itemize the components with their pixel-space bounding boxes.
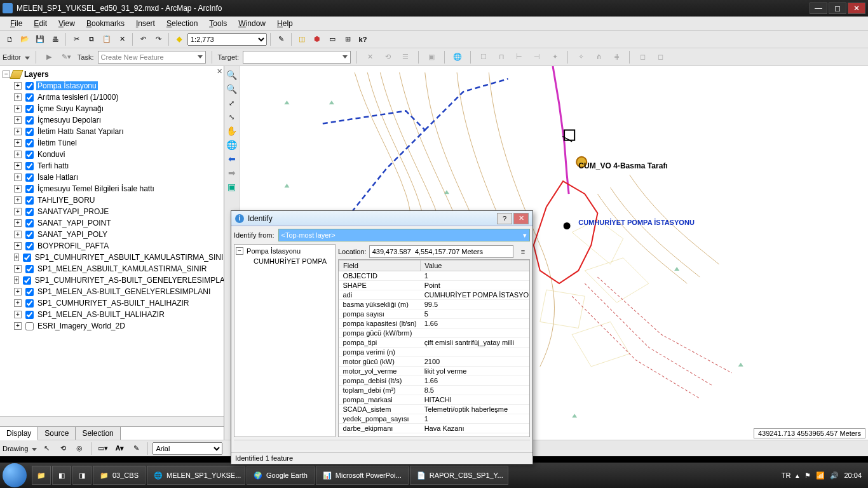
expand-icon[interactable]: + bbox=[14, 185, 22, 193]
tray-network-icon[interactable]: 📶 bbox=[816, 471, 825, 480]
topo6-icon[interactable]: ✧ bbox=[574, 50, 588, 64]
topo4-icon[interactable]: ⊣ bbox=[530, 50, 544, 64]
attribute-row[interactable]: darbe_ekipmanıHava Kazanı bbox=[339, 424, 531, 433]
toc-close-icon[interactable]: ✕ bbox=[217, 67, 222, 76]
layer-label[interactable]: İçme Suyu Kaynağı bbox=[36, 104, 105, 113]
layer-label[interactable]: Terfi hattı bbox=[36, 161, 70, 170]
layer-label[interactable]: SP1_CUMHURIYET_ASBUILT_KAMULASTIRMA_SINI… bbox=[34, 253, 224, 262]
layer-label[interactable]: Konduvi bbox=[36, 150, 66, 159]
expand-icon[interactable]: + bbox=[14, 208, 22, 215]
layer-label[interactable]: İsale Hatları bbox=[36, 173, 79, 182]
identify-close-button[interactable]: ✕ bbox=[513, 213, 529, 224]
command-line-icon[interactable]: ▭ bbox=[325, 32, 339, 46]
layer-checkbox[interactable] bbox=[25, 196, 34, 205]
layer-row[interactable]: +SANAT_YAPI_POLY bbox=[1, 229, 222, 240]
delete-icon[interactable]: ✕ bbox=[115, 32, 129, 46]
help-icon[interactable]: k? bbox=[356, 32, 370, 46]
layer-label[interactable]: İçmesuyu Temel Bilgileri İsale hattı bbox=[36, 184, 156, 193]
layer-checkbox[interactable] bbox=[25, 105, 34, 113]
attribute-row[interactable]: motor_yol_vermelikit yol verme bbox=[339, 367, 531, 376]
scale-combo[interactable]: 1:2,773 bbox=[187, 33, 267, 46]
attribute-row[interactable]: SHAPEPoint bbox=[339, 281, 531, 290]
layer-checkbox[interactable] bbox=[25, 231, 34, 239]
expand-icon[interactable]: + bbox=[14, 162, 22, 170]
layer-label[interactable]: SP1_CUMHURIYET_AS-BUILT_GENELYERLESIMPLA… bbox=[34, 276, 224, 285]
zoom-in-icon[interactable]: 🔍 bbox=[226, 69, 238, 81]
print-icon[interactable]: 🖶 bbox=[48, 32, 62, 46]
layer-label[interactable]: SP1_MELEN_AS-BUILT_GENELYERLESIMPLANI bbox=[36, 287, 212, 296]
layer-row[interactable]: +SP1_MELEN_ASBUILT_KAMULASTIRMA_SINIR bbox=[1, 263, 222, 274]
tray-flag-icon[interactable]: ⚑ bbox=[804, 471, 811, 480]
attribute-row[interactable]: motor gücü (kW)2100 bbox=[339, 357, 531, 367]
undo-icon[interactable]: ↶ bbox=[136, 32, 150, 46]
layer-checkbox[interactable] bbox=[23, 254, 31, 262]
layer-checkbox[interactable] bbox=[25, 219, 34, 227]
editor-toolbar-icon[interactable]: ✎ bbox=[274, 32, 288, 46]
layer-row[interactable]: +Pompa İstasyonu bbox=[1, 80, 222, 92]
layer-row[interactable]: +SP1_MELEN_AS-BUILT_GENELYERLESIMPLANI bbox=[1, 286, 222, 297]
menu-selection[interactable]: Selection bbox=[161, 18, 203, 29]
identify-help-button[interactable]: ? bbox=[497, 213, 512, 224]
identify-from-combo[interactable]: <Top-most layer>▾ bbox=[278, 229, 530, 241]
attribute-row[interactable]: adiCUMHURİYET POMPA İSTASYONU bbox=[339, 290, 531, 300]
layer-checkbox[interactable] bbox=[25, 322, 34, 330]
layer-label[interactable]: İçmesuyu Depoları bbox=[36, 116, 102, 125]
topo10-icon[interactable]: ◻ bbox=[653, 50, 667, 64]
pinned-explorer-icon[interactable]: 📁 bbox=[32, 466, 51, 485]
expand-icon[interactable]: + bbox=[14, 322, 22, 330]
paste-icon[interactable]: 📋 bbox=[100, 32, 114, 46]
menu-tools[interactable]: Tools bbox=[204, 18, 232, 29]
layer-label[interactable]: BOYPROFIL_PAFTA bbox=[36, 241, 110, 250]
select-features-icon[interactable]: ▣ bbox=[226, 180, 238, 193]
layer-row[interactable]: +Terfi hattı bbox=[1, 160, 222, 172]
expand-icon[interactable]: + bbox=[14, 288, 22, 295]
attribute-row[interactable]: basma yüksekliği (m)99.5 bbox=[339, 300, 531, 309]
editor-menu[interactable]: Editor bbox=[3, 53, 30, 61]
expand-icon[interactable]: + bbox=[14, 265, 22, 273]
expand-icon[interactable]: + bbox=[14, 93, 22, 101]
attribute-row[interactable]: pompa sayısı5 bbox=[339, 309, 531, 319]
expand-icon[interactable]: + bbox=[14, 242, 22, 250]
start-button[interactable] bbox=[3, 463, 27, 487]
tray-volume-icon[interactable]: 🔊 bbox=[830, 471, 839, 480]
minimize-button[interactable]: — bbox=[810, 3, 827, 14]
menu-edit[interactable]: Edit bbox=[29, 18, 52, 29]
zoom-out-icon[interactable]: 🔍 bbox=[226, 83, 238, 95]
drawing-menu[interactable]: Drawing bbox=[3, 445, 37, 452]
arccatalog-icon[interactable]: ◫ bbox=[295, 32, 309, 46]
prev-extent-icon[interactable]: ⬅ bbox=[226, 152, 238, 165]
expand-icon[interactable]: − bbox=[236, 247, 243, 255]
rotate-icon[interactable]: ⟲ bbox=[381, 50, 395, 64]
expand-icon[interactable]: + bbox=[14, 254, 19, 261]
layer-checkbox[interactable] bbox=[23, 276, 31, 285]
layer-row[interactable]: +İletim Hattı Sanat Yapıları bbox=[1, 126, 222, 137]
expand-icon[interactable]: + bbox=[14, 231, 22, 238]
topo5-icon[interactable]: ✦ bbox=[548, 50, 562, 64]
layer-label[interactable]: SP1_CUMHURIYET_AS-BUILT_HALIHAZIR bbox=[36, 299, 191, 308]
layer-row[interactable]: +TAHLIYE_BORU bbox=[1, 194, 222, 206]
layer-row[interactable]: +BOYPROFIL_PAFTA bbox=[1, 240, 222, 252]
layer-row[interactable]: +ESRI_Imagery_World_2D bbox=[1, 320, 222, 332]
pinned-app2-icon[interactable]: ◨ bbox=[72, 466, 92, 485]
layer-label[interactable]: SANAT_YAPI_POINT bbox=[36, 219, 112, 227]
taskbar-item[interactable]: 📄RAPOR_CBS_SP1_Y... bbox=[410, 466, 508, 485]
edit-vertices-icon[interactable]: ✎ bbox=[129, 442, 143, 456]
topo9-icon[interactable]: ◻ bbox=[635, 50, 649, 64]
redo-icon[interactable]: ↷ bbox=[151, 32, 165, 46]
layer-checkbox[interactable] bbox=[25, 93, 34, 102]
layer-checkbox[interactable] bbox=[25, 173, 34, 182]
text-icon[interactable]: A▾ bbox=[112, 442, 126, 456]
model-builder-icon[interactable]: ⊞ bbox=[341, 32, 355, 46]
layer-row[interactable]: +İçmesuyu Depoları bbox=[1, 114, 222, 126]
toc-hscroll[interactable] bbox=[0, 416, 224, 426]
split-icon[interactable]: ✕ bbox=[363, 50, 377, 64]
rotate-element-icon[interactable]: ⟲ bbox=[56, 442, 70, 456]
next-extent-icon[interactable]: ➡ bbox=[226, 166, 238, 179]
taskbar-item[interactable]: 🌍Google Earth bbox=[247, 466, 315, 485]
save-icon[interactable]: 💾 bbox=[33, 32, 47, 46]
menu-view[interactable]: View bbox=[53, 18, 80, 29]
layer-checkbox[interactable] bbox=[25, 151, 34, 159]
layer-checkbox[interactable] bbox=[25, 242, 34, 250]
topo8-icon[interactable]: ⋕ bbox=[609, 50, 623, 64]
target-combo[interactable] bbox=[243, 51, 351, 64]
